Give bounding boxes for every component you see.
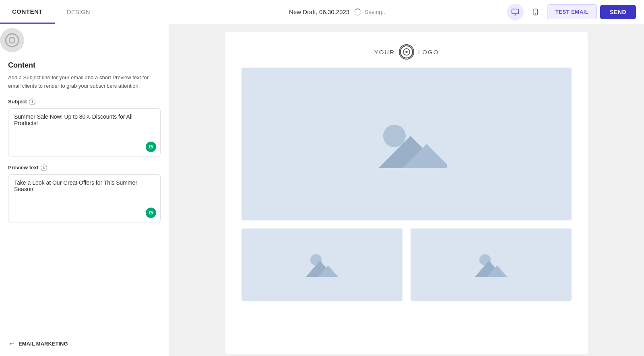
tab-design[interactable]: DESIGN bbox=[55, 0, 102, 24]
main-image-placeholder bbox=[242, 68, 572, 220]
sidebar-logo-circle bbox=[0, 28, 24, 52]
small-image-icon-right bbox=[471, 249, 511, 281]
top-bar: CONTENT DESIGN New Draft, 06.30.2023 Sav… bbox=[0, 0, 644, 24]
email-preview-area: YOUR LOGO bbox=[169, 24, 644, 356]
small-image-icon-left bbox=[302, 249, 342, 281]
subject-label-text: Subject bbox=[8, 99, 27, 105]
preview-text-label-text: Preview text bbox=[8, 165, 39, 171]
top-bar-tabs: CONTENT DESIGN bbox=[0, 0, 169, 24]
mobile-icon bbox=[532, 8, 539, 16]
preview-text-field-wrapper: G bbox=[8, 174, 161, 222]
logo-circle-svg bbox=[400, 44, 413, 60]
sidebar-heading: Content bbox=[8, 61, 161, 70]
back-button[interactable]: ← EMAIL MARKETING bbox=[8, 331, 161, 348]
send-button[interactable]: SEND bbox=[600, 5, 636, 19]
back-arrow-icon: ← bbox=[8, 340, 15, 348]
small-image-placeholder-left bbox=[242, 228, 402, 301]
preview-grammarly-icon: G bbox=[146, 208, 156, 218]
subject-info-icon[interactable]: ℹ bbox=[29, 99, 35, 105]
preview-text-info-icon[interactable]: ℹ bbox=[41, 165, 47, 171]
mobile-view-button[interactable] bbox=[527, 4, 544, 21]
preview-text-label: Preview text ℹ bbox=[8, 165, 161, 171]
subject-grammarly-icon: G bbox=[146, 142, 156, 152]
svg-rect-0 bbox=[512, 9, 518, 14]
sidebar-logo-area bbox=[8, 32, 161, 56]
svg-point-2 bbox=[535, 13, 536, 14]
desktop-icon bbox=[511, 8, 519, 16]
saving-spinner bbox=[354, 8, 361, 16]
small-image-placeholder-right bbox=[411, 228, 572, 301]
test-email-button[interactable]: TEST EMAIL bbox=[547, 4, 597, 19]
top-bar-center: New Draft, 06.30.2023 Saving... bbox=[169, 8, 507, 16]
tab-content-label: CONTENT bbox=[12, 8, 43, 15]
main-image-icon bbox=[366, 112, 447, 176]
saving-text: Saving... bbox=[365, 9, 386, 15]
sidebar: Content Add a Subject line for your emai… bbox=[0, 24, 169, 356]
two-images-row bbox=[242, 228, 572, 301]
test-email-label: TEST EMAIL bbox=[555, 9, 588, 15]
svg-point-3 bbox=[6, 34, 19, 47]
logo-text-left: YOUR bbox=[374, 49, 395, 56]
svg-point-4 bbox=[9, 37, 15, 43]
logo-circle-icon bbox=[399, 44, 414, 60]
desktop-view-button[interactable] bbox=[507, 4, 524, 21]
main-content: Content Add a Subject line for your emai… bbox=[0, 24, 644, 356]
send-label: SEND bbox=[610, 9, 626, 15]
tab-design-label: DESIGN bbox=[67, 8, 90, 15]
subject-label: Subject ℹ bbox=[8, 99, 161, 105]
tab-content[interactable]: CONTENT bbox=[0, 0, 55, 24]
preview-text-input[interactable] bbox=[14, 179, 155, 216]
back-label: EMAIL MARKETING bbox=[19, 341, 68, 347]
sidebar-logo-icon bbox=[4, 32, 20, 48]
top-bar-right: TEST EMAIL SEND bbox=[507, 4, 644, 21]
email-preview-canvas: YOUR LOGO bbox=[225, 32, 588, 354]
draft-title: New Draft, 06.30.2023 bbox=[289, 8, 349, 15]
sidebar-description: Add a Subject line for your email and a … bbox=[8, 74, 161, 91]
logo-row: YOUR LOGO bbox=[225, 32, 588, 68]
saving-indicator: Saving... bbox=[354, 8, 386, 16]
subject-field-wrapper: G bbox=[8, 108, 161, 156]
svg-point-8 bbox=[383, 125, 406, 147]
subject-input[interactable] bbox=[14, 113, 155, 150]
svg-point-7 bbox=[405, 51, 407, 53]
logo-text-right: LOGO bbox=[418, 49, 439, 56]
